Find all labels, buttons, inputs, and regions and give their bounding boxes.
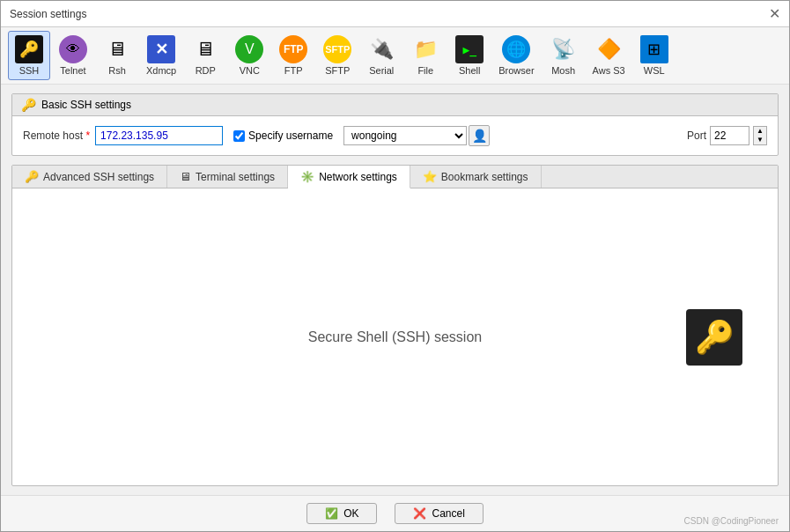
protocol-icon-ftp: FTP: [279, 35, 307, 63]
protocol-label-ftp: FTP: [284, 65, 303, 76]
basic-ssh-section: 🔑 Basic SSH settings Remote host * Speci…: [11, 93, 779, 156]
tab-advanced-ssh[interactable]: 🔑Advanced SSH settings: [12, 166, 167, 188]
specify-username-label[interactable]: Specify username: [233, 129, 333, 142]
protocol-icon-mosh: 📡: [550, 35, 578, 63]
protocol-icon-rdp: 🖥: [191, 35, 219, 63]
protocol-label-telnet: Telnet: [60, 65, 85, 76]
dialog-title: Session settings: [10, 8, 86, 20]
basic-ssh-header: 🔑 Basic SSH settings: [12, 94, 778, 116]
cancel-label: Cancel: [432, 507, 464, 520]
specify-username-checkbox[interactable]: [233, 130, 245, 142]
remote-host-input[interactable]: [95, 126, 223, 145]
tab-bookmark[interactable]: ⭐Bookmark settings: [410, 166, 542, 188]
protocol-icon-rsh: 🖥: [103, 35, 131, 63]
protocol-label-browser: Browser: [498, 65, 534, 76]
protocol-item-vnc[interactable]: V VNC: [228, 31, 270, 80]
protocol-label-ssh: SSH: [19, 65, 40, 76]
protocol-label-wsl: WSL: [644, 65, 665, 76]
protocol-item-file[interactable]: 📁 File: [404, 31, 447, 80]
protocol-item-shell[interactable]: ▶_ Shell: [448, 31, 491, 80]
protocol-item-xdmcp[interactable]: ✕ Xdmcp: [140, 31, 182, 80]
protocol-item-ftp[interactable]: FTP FTP: [272, 31, 314, 80]
tabs-section: 🔑Advanced SSH settings🖥Terminal settings…: [11, 165, 779, 486]
protocol-label-vnc: VNC: [240, 65, 260, 76]
protocol-icon-xdmcp: ✕: [147, 35, 175, 63]
specify-username-group: Specify username: [233, 129, 333, 142]
protocol-label-rdp: RDP: [196, 65, 216, 76]
cancel-icon: ❌: [413, 507, 426, 520]
remote-host-label: Remote host *: [23, 129, 90, 142]
session-label: Secure Shell (SSH) session: [308, 329, 482, 345]
protocol-icon-telnet: 👁: [59, 35, 87, 63]
session-settings-dialog: Session settings ✕ 🔑 SSH 👁 Telnet 🖥 Rsh …: [0, 0, 790, 532]
tab-network[interactable]: ✳️Network settings: [288, 166, 410, 188]
ssh-key-icon-box: 🔑: [686, 309, 742, 366]
protocol-icon-serial: 🔌: [367, 35, 395, 63]
protocol-icon-browser: 🌐: [502, 35, 530, 63]
protocol-label-sftp: SFTP: [325, 65, 350, 76]
protocol-icon-awss3: 🔶: [594, 35, 623, 63]
protocol-label-shell: Shell: [459, 65, 480, 76]
tab-terminal[interactable]: 🖥Terminal settings: [167, 166, 288, 188]
protocol-icon-wsl: ⊞: [640, 35, 668, 63]
port-spin-down[interactable]: ▼: [754, 136, 766, 144]
username-combo-group: wongoing 👤: [343, 125, 490, 146]
required-marker: *: [85, 129, 90, 142]
tab-content: Secure Shell (SSH) session 🔑: [12, 188, 778, 485]
protocol-label-rsh: Rsh: [108, 65, 126, 76]
protocol-label-serial: Serial: [369, 65, 394, 76]
protocol-icon-file: 📁: [411, 35, 439, 63]
port-input[interactable]: [710, 126, 749, 145]
ok-label: OK: [343, 507, 358, 520]
protocol-label-awss3: Aws S3: [593, 65, 625, 76]
protocol-label-xdmcp: Xdmcp: [146, 65, 176, 76]
port-group: Port ▲ ▼: [687, 126, 767, 145]
title-bar: Session settings ✕: [1, 1, 789, 27]
tabs-header: 🔑Advanced SSH settings🖥Terminal settings…: [12, 166, 778, 188]
protocol-item-sftp[interactable]: SFTP SFTP: [316, 31, 358, 80]
protocol-icon-ssh: 🔑: [15, 35, 43, 63]
port-label: Port: [687, 129, 706, 142]
footer: ✅ OK ❌ Cancel CSDN @CodingPioneer: [1, 495, 789, 531]
protocol-item-rdp[interactable]: 🖥 RDP: [184, 31, 226, 80]
watermark: CSDN @CodingPioneer: [684, 516, 779, 526]
protocol-label-mosh: Mosh: [551, 65, 575, 76]
protocol-item-awss3[interactable]: 🔶 Aws S3: [587, 31, 631, 80]
protocol-label-file: File: [417, 65, 433, 76]
protocol-item-browser[interactable]: 🌐 Browser: [492, 31, 540, 80]
protocol-item-mosh[interactable]: 📡 Mosh: [543, 31, 585, 80]
ok-button[interactable]: ✅ OK: [306, 503, 377, 524]
port-spinner[interactable]: ▲ ▼: [753, 126, 767, 145]
protocol-item-serial[interactable]: 🔌 Serial: [360, 31, 402, 80]
key-icon: 🔑: [695, 319, 735, 356]
remote-host-group: Remote host *: [23, 126, 223, 145]
port-spin-up[interactable]: ▲: [754, 127, 766, 136]
cancel-button[interactable]: ❌ Cancel: [395, 503, 483, 524]
ok-icon: ✅: [325, 507, 338, 520]
basic-ssh-title: Basic SSH settings: [41, 99, 131, 111]
protocol-item-ssh[interactable]: 🔑 SSH: [8, 31, 50, 80]
content-area: 🔑 Basic SSH settings Remote host * Speci…: [1, 85, 789, 495]
protocol-icon-vnc: V: [235, 35, 263, 63]
protocol-item-wsl[interactable]: ⊞ WSL: [633, 31, 676, 80]
username-select[interactable]: wongoing: [343, 126, 467, 145]
username-edit-button[interactable]: 👤: [469, 125, 490, 146]
close-button[interactable]: ✕: [769, 7, 780, 21]
protocol-item-telnet[interactable]: 👁 Telnet: [52, 31, 94, 80]
basic-ssh-body: Remote host * Specify username wongoing: [12, 116, 778, 155]
protocol-icon-shell: ▶_: [455, 35, 484, 63]
protocol-bar: 🔑 SSH 👁 Telnet 🖥 Rsh ✕ Xdmcp 🖥 RDP V VNC…: [1, 27, 789, 85]
protocol-icon-sftp: SFTP: [323, 35, 351, 63]
protocol-item-rsh[interactable]: 🖥 Rsh: [96, 31, 138, 80]
